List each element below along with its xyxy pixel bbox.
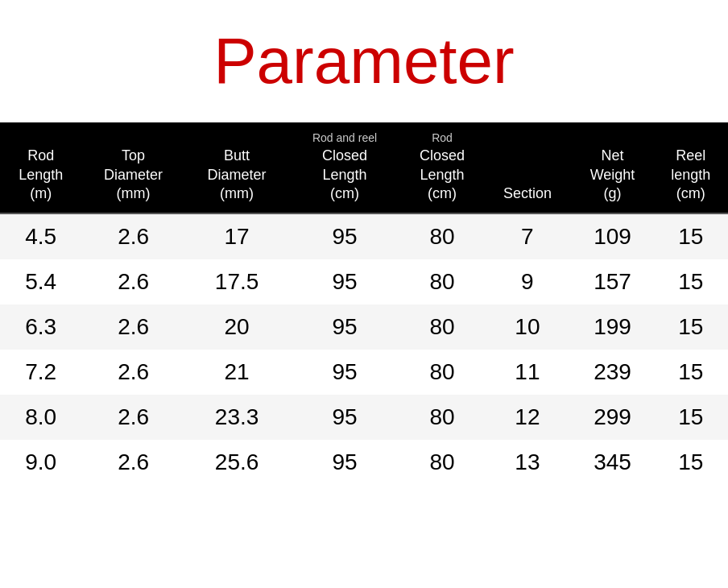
page-title: Parameter <box>0 0 728 122</box>
table-cell: 15 <box>654 259 728 304</box>
table-cell: 95 <box>288 304 400 350</box>
table-cell: 25.6 <box>185 440 289 485</box>
table-cell: 109 <box>571 213 653 259</box>
table-cell: 15 <box>654 304 728 350</box>
table-cell: 13 <box>483 440 571 485</box>
table-cell: 15 <box>654 395 728 440</box>
col-rod-reel-closed: Rod and reel ClosedLength(cm) <box>288 122 400 213</box>
table-cell: 6.3 <box>0 304 81 350</box>
table-cell: 95 <box>288 213 400 259</box>
table-cell: 7.2 <box>0 350 81 395</box>
table-cell: 239 <box>571 350 653 395</box>
table-cell: 2.6 <box>81 350 185 395</box>
table-cell: 80 <box>401 304 484 350</box>
col-net-weight: NetWeight(g) <box>571 122 653 213</box>
table-header-row: RodLength(m) TopDiameter(mm) ButtDiamete… <box>0 122 728 213</box>
table-cell: 80 <box>401 395 484 440</box>
table-cell: 345 <box>571 440 653 485</box>
table-row: 9.02.625.695801334515 <box>0 440 728 485</box>
table-cell: 9 <box>483 259 571 304</box>
table-row: 6.32.62095801019915 <box>0 304 728 350</box>
table-cell: 80 <box>401 350 484 395</box>
table-cell: 15 <box>654 213 728 259</box>
table-cell: 5.4 <box>0 259 81 304</box>
table-cell: 10 <box>483 304 571 350</box>
table-cell: 80 <box>401 440 484 485</box>
table-cell: 8.0 <box>0 395 81 440</box>
col-top-diameter: TopDiameter(mm) <box>81 122 185 213</box>
table-cell: 2.6 <box>81 395 185 440</box>
table-body: 4.52.61795807109155.42.617.595809157156.… <box>0 213 728 485</box>
table-cell: 11 <box>483 350 571 395</box>
table-cell: 15 <box>654 350 728 395</box>
table-cell: 2.6 <box>81 259 185 304</box>
table-cell: 17.5 <box>185 259 289 304</box>
table-cell: 157 <box>571 259 653 304</box>
table-cell: 80 <box>401 259 484 304</box>
table-cell: 95 <box>288 259 400 304</box>
table-cell: 17 <box>185 213 289 259</box>
col-rod-length: RodLength(m) <box>0 122 81 213</box>
table-cell: 15 <box>654 440 728 485</box>
table-cell: 299 <box>571 395 653 440</box>
table-cell: 95 <box>288 440 400 485</box>
table-cell: 95 <box>288 350 400 395</box>
table-row: 5.42.617.59580915715 <box>0 259 728 304</box>
parameter-table: RodLength(m) TopDiameter(mm) ButtDiamete… <box>0 122 728 485</box>
table-cell: 9.0 <box>0 440 81 485</box>
table-cell: 80 <box>401 213 484 259</box>
table-cell: 23.3 <box>185 395 289 440</box>
table-row: 7.22.62195801123915 <box>0 350 728 395</box>
table-cell: 2.6 <box>81 304 185 350</box>
table-cell: 7 <box>483 213 571 259</box>
col-section: Section <box>483 122 571 213</box>
col-reel-length: Reellength(cm) <box>654 122 728 213</box>
col-group-rod-reel: Rod and reel <box>293 130 395 145</box>
table-row: 8.02.623.395801229915 <box>0 395 728 440</box>
table-cell: 2.6 <box>81 440 185 485</box>
table-cell: 199 <box>571 304 653 350</box>
table-cell: 2.6 <box>81 213 185 259</box>
table-row: 4.52.6179580710915 <box>0 213 728 259</box>
table-cell: 12 <box>483 395 571 440</box>
col-rod-closed: Rod ClosedLength(cm) <box>401 122 484 213</box>
col-group-rod: Rod <box>406 130 479 145</box>
table-cell: 21 <box>185 350 289 395</box>
col-butt-diameter: ButtDiameter(mm) <box>185 122 289 213</box>
table-cell: 20 <box>185 304 289 350</box>
table-cell: 4.5 <box>0 213 81 259</box>
parameter-table-wrapper: RodLength(m) TopDiameter(mm) ButtDiamete… <box>0 122 728 485</box>
table-cell: 95 <box>288 395 400 440</box>
